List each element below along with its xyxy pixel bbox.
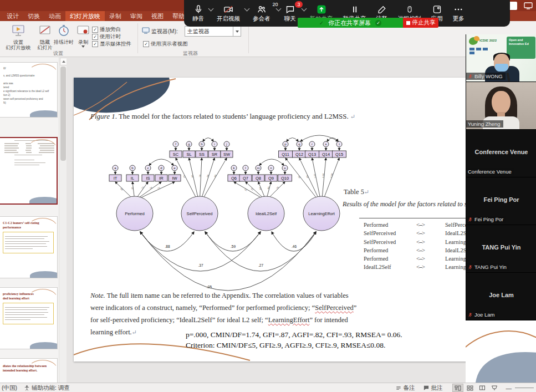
- rehearse-timings-button[interactable]: 排练计时: [52, 24, 75, 45]
- svg-text:SC: SC: [173, 152, 179, 157]
- stop-share-button[interactable]: 停止共享: [403, 18, 438, 28]
- reading-view-button[interactable]: [477, 384, 488, 392]
- tab-review[interactable]: 审阅: [126, 11, 147, 21]
- remote-mouse-icon: [406, 4, 414, 14]
- participant-name-label: Conference Venue: [466, 168, 514, 175]
- monitor-icon: [142, 27, 150, 34]
- tab-view[interactable]: 视图: [147, 11, 168, 21]
- checkbox-check-icon: ✓: [92, 27, 98, 33]
- start-video-button[interactable]: 开启视频: [212, 1, 248, 26]
- svg-text:.81: .81: [297, 175, 302, 179]
- monitor-group-label: 监视器: [183, 50, 198, 57]
- slideshow-view-button[interactable]: [489, 384, 500, 392]
- tab-design[interactable]: 设计: [2, 11, 23, 21]
- slide-sorter-view-button[interactable]: [464, 384, 476, 392]
- monitor-select-arrow[interactable]: [233, 27, 241, 36]
- thumb-text-line: e significant relevance to the ideal L2 …: [0, 89, 57, 93]
- record-button[interactable]: 录制: [75, 24, 91, 48]
- svg-text:.46: .46: [292, 245, 297, 248]
- tab-slideshow[interactable]: 幻灯片放映: [65, 11, 105, 21]
- thumb-body-box: [3, 232, 54, 253]
- shield-check-icon: ✓: [375, 20, 381, 26]
- participant-tile[interactable]: TANG Pui YinTANG Pui Yin: [466, 225, 536, 273]
- share-display-icon[interactable]: [524, 2, 533, 9]
- tab-transitions[interactable]: 切换: [23, 11, 44, 21]
- svg-text:.73: .73: [182, 175, 186, 179]
- conference-logo-text: ICDIE 2022: [479, 39, 497, 42]
- slideshow-icon: [491, 385, 498, 391]
- participant-name: Billy WONG: [474, 73, 503, 79]
- setup-slideshow-button[interactable]: 设置 幻灯片放映: [4, 24, 32, 51]
- tab-record[interactable]: 录制: [105, 11, 126, 21]
- slide-thumbnail-5[interactable]: diates the relationship between intended…: [0, 358, 58, 383]
- thumb-decoration: [30, 271, 58, 278]
- scrollbar-thumb[interactable]: [60, 67, 66, 161]
- slide-canvas[interactable]: Figure 1. The model for the factors rela…: [74, 78, 534, 362]
- svg-text:h: h: [201, 142, 202, 146]
- play-narrations-label: 播放旁白: [100, 26, 121, 33]
- monitor-select[interactable]: 主监视器: [185, 26, 241, 37]
- table-cell: Performed: [359, 246, 416, 254]
- share-screen-icon: [317, 4, 326, 14]
- thumb-decoration: [29, 197, 58, 205]
- zoom-slider[interactable]: [515, 388, 534, 388]
- thumb-title: intended learning effort.: [0, 369, 57, 373]
- svg-text:LearningEffort: LearningEffort: [308, 211, 335, 216]
- record-dropdown-arrow[interactable]: [81, 45, 85, 48]
- participant-name-large: Joe Lam: [466, 292, 536, 298]
- figure-caption[interactable]: Figure 1. The model for the factors rela…: [90, 112, 451, 121]
- slide-thumbnail-3[interactable]: C1-C2 leaners’ self-rating performance: [0, 216, 58, 278]
- thumbnail-scrollbar[interactable]: [59, 57, 67, 383]
- participant-tile[interactable]: Joe LamJoe Lam: [466, 273, 536, 320]
- svg-text:i: i: [214, 142, 215, 146]
- table-cell: <-->: [416, 263, 445, 271]
- participant-tile[interactable]: Fei Ping PorFei Ping Por: [466, 177, 536, 225]
- slide-thumbnail-1[interactable]: gy s, and L2MSS questionnaire ants waste…: [0, 62, 58, 118]
- fit-statistics-line1: p=.000, CMIN/DF=1.74, GFI=.87, AGFI=.82,…: [186, 330, 402, 340]
- svg-text:c: c: [147, 166, 149, 170]
- participant-tile[interactable]: ICDIE 2022Open andInnovative EdBilly WON…: [466, 34, 536, 82]
- svg-text:.05: .05: [207, 285, 212, 289]
- screen: 设计 切换 动画 幻灯片放映 录制 审阅 视图 帮助 百度网盘 设置 幻灯片放映…: [0, 0, 536, 392]
- participant-tile[interactable]: Conference VenueConference Venue: [466, 130, 536, 177]
- thumb-text-line: [0, 78, 57, 82]
- zoom-out-button[interactable]: —: [506, 385, 512, 391]
- participant-name: Fei Ping Por: [474, 216, 503, 222]
- accessibility-check-status[interactable]: 辅助功能: 调查: [32, 384, 70, 392]
- table5-title[interactable]: Table 5↵: [344, 188, 369, 196]
- tab-animations[interactable]: 动画: [44, 11, 65, 21]
- participants-button[interactable]: 20 参会者: [248, 1, 279, 26]
- thumb-text-line: s, and L2MSS questionnaire: [0, 74, 57, 78]
- play-narrations-checkbox[interactable]: ✓ 播放旁白: [92, 26, 121, 33]
- svg-text:1.10: 1.10: [322, 173, 325, 178]
- face-mask: [495, 64, 508, 72]
- slide-thumbnail-2-current[interactable]: [0, 137, 58, 205]
- more-button[interactable]: 更多: [448, 1, 469, 26]
- mute-button[interactable]: 静音: [187, 1, 212, 26]
- svg-text:SL: SL: [186, 152, 191, 157]
- sem-diagram[interactable]: .88.59.46.37.27.05.85ITa.81ILb.73ISc.74I…: [101, 129, 362, 295]
- svg-text:.78: .78: [198, 174, 201, 178]
- figure-caption-text: . The model for the factors related to s…: [115, 112, 350, 120]
- use-timings-checkbox[interactable]: ✓ 使用计时: [92, 33, 121, 40]
- presenter-view-checkbox[interactable]: ✓ 使用演示者视图: [143, 40, 188, 48]
- fit-statistics[interactable]: p=.000, CMIN/DF=1.74, GFI=.87, AGFI=.82,…: [186, 330, 402, 350]
- slide-thumbnail-4[interactable]: proficiency influences ded learning effo…: [0, 287, 58, 349]
- language-indicator[interactable]: (中国): [2, 384, 17, 392]
- setup-group-label: 设置: [53, 50, 63, 57]
- show-media-controls-label: 显示媒体控件: [100, 40, 131, 48]
- pause-icon: [350, 4, 359, 14]
- svg-text:SelfPerceived: SelfPerceived: [187, 211, 213, 216]
- notes-toggle[interactable]: 备注: [404, 384, 415, 392]
- participants-icon: [256, 4, 267, 14]
- svg-text:Q11: Q11: [282, 152, 289, 157]
- comments-toggle[interactable]: 批注: [431, 384, 443, 392]
- normal-view-button[interactable]: [452, 384, 463, 392]
- participant-tile[interactable]: Yuning Zheng: [466, 82, 536, 130]
- comments-icon: [423, 385, 430, 391]
- show-media-controls-checkbox[interactable]: ✓ 显示媒体控件: [92, 40, 131, 48]
- svg-text:Q14: Q14: [322, 152, 330, 157]
- setup-slideshow-icon: [12, 24, 25, 37]
- sponsor-logos: [469, 48, 492, 55]
- svg-text:IS: IS: [146, 176, 150, 181]
